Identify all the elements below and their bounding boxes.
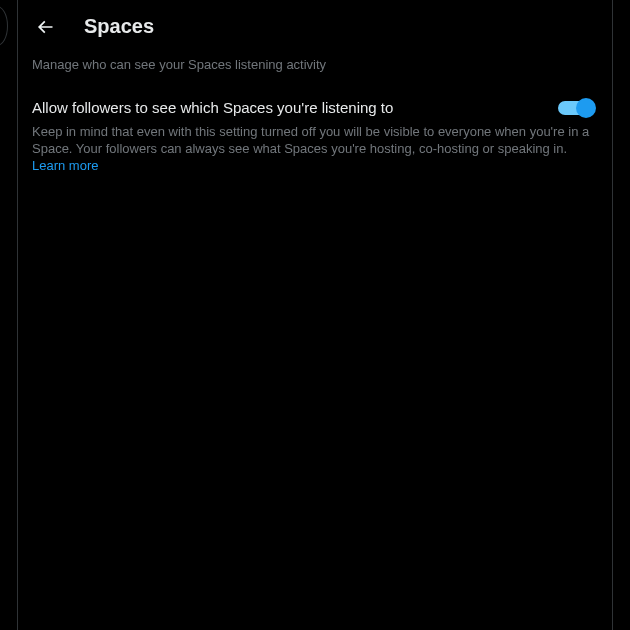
arrow-left-icon	[35, 17, 55, 37]
profile-avatar-fragment	[0, 6, 8, 46]
toggle-thumb	[576, 98, 596, 118]
setting-description: Keep in mind that even with this setting…	[32, 124, 596, 175]
learn-more-link[interactable]: Learn more	[32, 158, 98, 173]
setting-label: Allow followers to see which Spaces you'…	[32, 99, 393, 116]
page-title: Spaces	[84, 15, 154, 38]
back-button[interactable]	[28, 10, 62, 44]
setting-header: Allow followers to see which Spaces you'…	[32, 98, 596, 118]
setting-row: Allow followers to see which Spaces you'…	[18, 86, 612, 179]
page-subtitle: Manage who can see your Spaces listening…	[18, 53, 612, 86]
header: Spaces	[18, 0, 612, 53]
setting-description-text: Keep in mind that even with this setting…	[32, 124, 589, 156]
listening-activity-toggle[interactable]	[556, 98, 596, 118]
settings-panel: Spaces Manage who can see your Spaces li…	[17, 0, 613, 630]
